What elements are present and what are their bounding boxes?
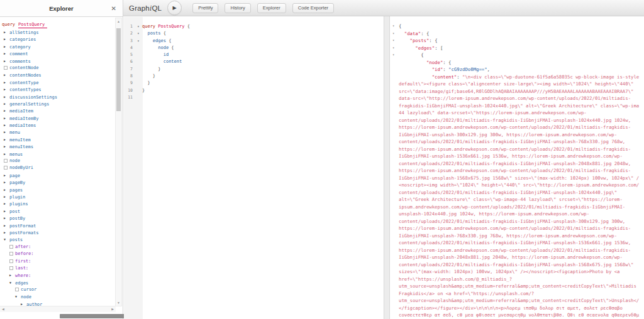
explorer-item-contentType[interactable]: ▶contentType <box>2 79 115 86</box>
collapse-icon[interactable]: ▶ <box>4 86 9 93</box>
explorer-item-cursor[interactable]: cursor <box>2 286 115 293</box>
explorer-item-mediaItem[interactable]: ▶mediaItem <box>2 107 115 114</box>
explorer-item-mediaItems[interactable]: ▶mediaItems <box>2 122 115 129</box>
collapse-icon[interactable]: ▶ <box>4 107 9 114</box>
explorer-item-node[interactable]: node <box>2 158 115 165</box>
explorer-item-posts[interactable]: ▼posts <box>2 236 115 243</box>
expand-icon[interactable]: ▼ <box>15 293 21 300</box>
explorer-item-last[interactable]: last: <box>2 265 115 272</box>
response-viewer[interactable]: ▾{▾ "data": {▾ "posts": {▾ "edges": [▾ {… <box>391 16 644 319</box>
explorer-item-page[interactable]: ▶page <box>2 172 115 179</box>
explorer-item-edges[interactable]: ▼edges <box>2 279 115 286</box>
explorer-item-contentNode[interactable]: contentNode <box>2 65 115 72</box>
explorer-item-postFormats[interactable]: ▶postFormats <box>2 229 115 236</box>
execute-button[interactable]: ▶ <box>167 1 182 15</box>
explorer-item-contentTypes[interactable]: ▶contentTypes <box>2 86 115 93</box>
checkbox-icon[interactable] <box>9 259 13 263</box>
explorer-item-mediaItemBy[interactable]: ▶mediaItemBy <box>2 115 115 122</box>
expand-icon[interactable]: ▼ <box>9 279 15 286</box>
collapse-icon[interactable]: ▶ <box>4 115 9 122</box>
collapse-icon[interactable]: ▶ <box>4 129 9 136</box>
query-editor[interactable]: 1▾query PostsQuery {2▾ posts {3▾ edges {… <box>124 17 384 319</box>
operation-row[interactable]: queryPostsQuery <box>2 21 115 29</box>
explorer-item-menuItems[interactable]: ▶menuItems <box>2 143 115 150</box>
collapse-icon[interactable]: ▶ <box>4 43 9 50</box>
checkbox-icon[interactable] <box>4 166 8 170</box>
collapse-icon[interactable]: ▶ <box>4 136 9 143</box>
prettify-button[interactable]: Prettify <box>192 3 218 13</box>
collapse-icon[interactable]: ▶ <box>4 100 9 107</box>
collapse-icon[interactable]: ▶ <box>4 187 9 193</box>
collapse-icon[interactable]: ▶ <box>4 229 9 236</box>
explorer-item-pages[interactable]: ▶pages <box>2 187 115 193</box>
collapse-icon[interactable]: ▶ <box>4 215 9 222</box>
fold-icon[interactable]: ▾ <box>391 30 399 38</box>
checkbox-icon[interactable] <box>15 288 19 291</box>
collapse-icon[interactable]: ▶ <box>4 208 9 215</box>
checkbox-icon[interactable] <box>4 159 8 163</box>
collapse-icon[interactable]: ▶ <box>4 72 9 78</box>
explorer-item-first[interactable]: first: <box>2 258 115 265</box>
collapse-icon[interactable]: ▶ <box>4 172 9 179</box>
fold-icon[interactable]: ▾ <box>391 51 399 59</box>
collapse-icon[interactable]: ▶ <box>21 301 26 306</box>
scrollbar-thumb[interactable] <box>116 28 121 111</box>
explorer-item-post[interactable]: ▶post <box>2 208 115 215</box>
collapse-icon[interactable]: ▶ <box>4 79 9 86</box>
collapse-icon[interactable]: ▶ <box>4 58 9 65</box>
checkbox-icon[interactable] <box>9 266 13 270</box>
history-button[interactable]: History <box>225 3 250 13</box>
fold-icon[interactable]: ▾ <box>391 23 399 30</box>
explorer-item-comments[interactable]: ▶comments <box>2 58 115 65</box>
fold-icon[interactable]: ▾ <box>135 23 142 30</box>
explorer-item-nodeByUri[interactable]: nodeByUri <box>2 165 115 171</box>
explorer-item-postFormat[interactable]: ▶postFormat <box>2 222 115 229</box>
explorer-item-categories[interactable]: ▶categories <box>2 36 115 43</box>
checkbox-icon[interactable] <box>4 66 8 70</box>
explorer-item-plugins[interactable]: ▶plugins <box>2 200 115 207</box>
collapse-icon[interactable]: ▶ <box>4 222 9 229</box>
pane-resize-divider[interactable] <box>384 16 390 319</box>
fold-icon[interactable]: ▾ <box>391 37 399 45</box>
explorer-item-comment[interactable]: ▶comment <box>2 50 115 57</box>
explorer-item-where[interactable]: ▶where: <box>2 272 115 279</box>
explorer-item-plugin[interactable]: ▶plugin <box>2 193 115 200</box>
collapse-icon[interactable]: ▶ <box>4 94 9 100</box>
explorer-item-after[interactable]: after: <box>2 244 115 251</box>
fold-icon[interactable]: ▾ <box>135 38 142 45</box>
scroll-right-icon[interactable]: ▶ <box>111 307 114 311</box>
fold-icon[interactable]: ▾ <box>391 45 399 52</box>
collapse-icon[interactable]: ▶ <box>4 143 9 150</box>
operation-name-input[interactable]: PostsQuery <box>18 22 47 28</box>
collapse-icon[interactable]: ▶ <box>9 272 15 279</box>
collapse-icon[interactable]: ▶ <box>4 50 9 57</box>
scroll-up-icon[interactable]: ▲ <box>116 19 121 23</box>
explorer-item-discussionSettings[interactable]: ▶discussionSettings <box>2 94 115 100</box>
collapse-icon[interactable]: ▶ <box>4 151 9 158</box>
scroll-down-icon[interactable]: ▼ <box>116 301 121 305</box>
collapse-icon[interactable]: ▶ <box>4 193 9 200</box>
explorer-item-menus[interactable]: ▶menus <box>2 151 115 158</box>
explorer-item-before[interactable]: before: <box>2 251 115 257</box>
explorer-item-author[interactable]: ▶author <box>2 301 115 306</box>
fold-icon[interactable]: ▾ <box>135 30 142 37</box>
code-exporter-button[interactable]: Code Exporter <box>292 3 334 13</box>
explorer-item-pageBy[interactable]: ▶pageBy <box>2 179 115 186</box>
explorer-item-category[interactable]: ▶category <box>2 43 115 50</box>
collapse-icon[interactable]: ▶ <box>4 179 9 186</box>
explorer-item-postBy[interactable]: ▶postBy <box>2 215 115 222</box>
explorer-vertical-scrollbar[interactable]: ▲ ▼ <box>115 18 122 306</box>
explorer-item-menu[interactable]: ▶menu <box>2 129 115 136</box>
collapse-icon[interactable]: ▶ <box>4 122 9 129</box>
close-icon[interactable]: ✕ <box>111 5 116 12</box>
explorer-item-menuItem[interactable]: ▶menuItem <box>2 136 115 143</box>
collapse-icon[interactable]: ▶ <box>4 29 9 36</box>
explorer-horizontal-scrollbar[interactable]: ◀ ▶ <box>0 306 116 312</box>
explorer-item-allSettings[interactable]: ▶allSettings <box>2 29 115 36</box>
checkbox-icon[interactable] <box>9 252 13 256</box>
expand-icon[interactable]: ▼ <box>4 236 9 243</box>
explorer-item-contentNodes[interactable]: ▶contentNodes <box>2 72 115 78</box>
explorer-item-node[interactable]: ▼node <box>2 293 115 300</box>
explorer-toggle-button[interactable]: Explorer <box>257 3 286 13</box>
collapse-icon[interactable]: ▶ <box>4 36 9 43</box>
